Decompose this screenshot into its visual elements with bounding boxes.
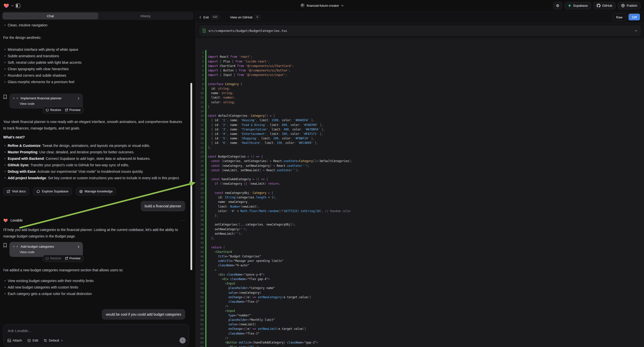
diff-added-bar <box>205 345 206 347</box>
diff-added-bar <box>205 259 206 263</box>
code-line: 53 placeholder="Category name" <box>196 286 644 290</box>
whats-next-list: Refine & Customize: Tweak the design, an… <box>3 142 185 181</box>
send-button[interactable]: ↑ <box>180 337 186 344</box>
line-number: 30 <box>196 182 204 185</box>
line-number: 65 <box>196 341 204 344</box>
diff-added-bar <box>205 331 206 336</box>
code-text: <Input <box>208 282 236 285</box>
globe-icon <box>621 4 625 8</box>
view-code-link[interactable]: View code <box>20 250 80 255</box>
code-text: /> <box>208 304 228 308</box>
github-button[interactable]: GitHub <box>594 2 615 10</box>
line-number: 66 <box>196 346 204 347</box>
chat-input[interactable]: Ask Lovable... <box>8 328 31 333</box>
tab-chat[interactable]: Chat <box>3 13 98 19</box>
visit-docs-button[interactable]: Visit docs <box>3 188 29 196</box>
bookmark-icon[interactable] <box>3 94 8 108</box>
bookmark-icon[interactable] <box>3 242 8 257</box>
line-number: 4 <box>196 64 204 68</box>
settings-button[interactable]: ⚙ <box>553 2 562 10</box>
lovable-logo-heart-icon[interactable] <box>4 3 9 8</box>
code-line: 41 setNewLimit(''); <box>196 232 644 236</box>
code-line: 38 <box>196 218 644 222</box>
code-panel: Exit ESC View on GitHub G Raw Diff src/c… <box>196 12 644 347</box>
line-number: 55 <box>196 296 204 299</box>
raw-button[interactable]: Raw <box>613 14 626 21</box>
fold-chevron-icon[interactable]: ⌄ <box>204 191 205 193</box>
fold-chevron-icon[interactable]: ⌄ <box>204 114 205 116</box>
edit-mode-button[interactable]: Edit <box>28 338 38 342</box>
chat-composer[interactable]: Ask Lovable... Attach Edit Default ↑ <box>3 324 189 346</box>
diff-added-bar <box>205 123 206 127</box>
file-header[interactable]: src/components/budget/BudgetCategories.t… <box>200 26 640 36</box>
code-text: const defaultCategories: Category[] = [ <box>208 114 275 118</box>
chat-scrollbar[interactable] <box>190 83 192 270</box>
restore-button[interactable]: Restore <box>46 107 61 113</box>
quick-actions: Visit docs Explore Supabase Manage knowl… <box>3 188 185 196</box>
line-number: 14 <box>196 110 204 113</box>
supabase-button[interactable]: Supabase <box>564 2 591 10</box>
code-text: value={newLimit} <box>208 322 256 326</box>
list-item: Add new budget categories with custom li… <box>3 284 185 290</box>
project-switcher[interactable]: financial-future-creator <box>300 4 344 8</box>
line-number: 24 <box>196 155 204 158</box>
code-text: return ( <box>208 246 225 249</box>
diff-added-bar <box>205 313 206 318</box>
attach-button[interactable]: Attach <box>8 338 22 342</box>
view-code-link[interactable]: View code <box>20 101 80 106</box>
code-icon: < > <box>13 96 18 101</box>
code-line: 60 placeholder="Monthly limit" <box>196 318 644 322</box>
code-line: 56 className="flex-1" <box>196 300 644 304</box>
package-box-icon <box>80 190 83 193</box>
line-number: 37 <box>196 214 204 217</box>
line-number: 34 <box>196 200 204 203</box>
code-line: 28 <box>196 172 644 177</box>
sidebar-toggle-icon[interactable] <box>16 4 20 8</box>
list-item: Master Prompting: Use clear, detailed, a… <box>3 149 185 155</box>
line-number: 6 <box>196 74 204 76</box>
diff-added-bar <box>205 336 206 340</box>
publish-button[interactable]: Publish <box>618 2 640 10</box>
version-card-add-budget-categories[interactable]: < > Add budget categories View code Rest… <box>10 242 83 257</box>
restore-button[interactable]: Restore <box>46 255 61 262</box>
more-options-icon[interactable]: ··· <box>180 217 185 224</box>
line-number: 25 <box>196 160 204 162</box>
line-number: 43 <box>196 241 204 244</box>
diff-added-bar <box>205 254 206 259</box>
code-text: <Plus size={16} /> <box>208 345 260 347</box>
fold-chevron-icon[interactable]: ⌄ <box>204 177 205 180</box>
manage-knowledge-button[interactable]: Manage knowledge <box>76 188 116 196</box>
version-card-implement-financial-planner[interactable]: < > Implement financial planner View cod… <box>10 94 83 108</box>
exit-control[interactable]: Exit ESC <box>200 15 220 20</box>
diff-added-bar <box>205 154 206 159</box>
workspace-chevron-down-icon[interactable] <box>11 5 14 6</box>
explore-supabase-button[interactable]: Explore Supabase <box>33 188 72 196</box>
diff-added-bar <box>205 191 206 195</box>
code-editor[interactable]: 12import React from 'react';3import { Pl… <box>196 50 644 347</box>
tab-history[interactable]: History <box>98 13 193 19</box>
code-text: name: string; <box>208 91 234 95</box>
model-selector[interactable]: Default <box>44 338 63 342</box>
line-number: 36 <box>196 210 204 212</box>
line-number: 16 <box>196 119 204 122</box>
line-number: 23 <box>196 150 204 154</box>
fold-chevron-icon[interactable]: ⌄ <box>204 154 205 157</box>
collapse-chevron-up-icon[interactable] <box>634 30 637 32</box>
diff-button[interactable]: Diff <box>628 14 640 21</box>
code-line: 37 }; <box>196 213 644 218</box>
code-text: <Input <box>208 309 236 313</box>
preview-button[interactable]: Preview <box>65 255 80 262</box>
code-text: /> <box>208 336 228 340</box>
code-text: className="flex-1" <box>208 300 260 304</box>
diff-added-bar <box>205 177 206 182</box>
code-text: id: String(categories.length + 1), <box>208 196 277 199</box>
line-number: 20 <box>196 137 204 140</box>
diff-added-bar <box>205 186 206 191</box>
fold-chevron-icon[interactable]: ⌄ <box>204 82 205 84</box>
code-text: { id: '6', name: 'Healthcare', limit: 15… <box>208 141 318 144</box>
view-on-github-control[interactable]: View on GitHub G <box>230 15 260 20</box>
assistant-paragraph: I've added a new budget categories manag… <box>3 267 185 273</box>
code-line: 8⌄interface Category { <box>196 82 644 86</box>
preview-button[interactable]: Preview <box>65 107 80 113</box>
diff-added-bar <box>205 68 206 73</box>
